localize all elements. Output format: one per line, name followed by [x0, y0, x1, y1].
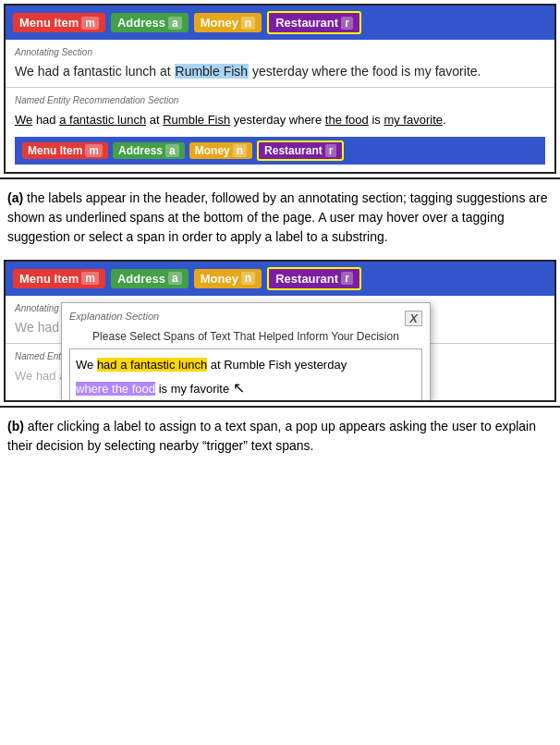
- ner-label-address-text: Address: [118, 144, 163, 157]
- caption-a: (a) the labels appear in the header, fol…: [0, 177, 560, 256]
- label-restaurant-text: Restaurant: [275, 16, 338, 30]
- label-restaurant[interactable]: Restaurant r: [267, 11, 361, 34]
- ner-we[interactable]: We: [15, 113, 32, 127]
- caption-b-text: after clicking a label to assign to a te…: [7, 419, 536, 453]
- label-money-shortcut: n: [241, 17, 255, 30]
- ner-label-restaurant-shortcut: r: [325, 144, 337, 157]
- modal-section-label: Explanation Section: [69, 311, 159, 322]
- ner-label-menuitem[interactable]: Menu Item m: [22, 142, 108, 159]
- ner-label-money[interactable]: Money n: [189, 142, 252, 159]
- ner-label-address-shortcut: a: [165, 144, 179, 157]
- b-label-restaurant-text: Restaurant: [275, 272, 338, 286]
- caption-b-letter: (b): [7, 419, 24, 434]
- caption-b: (b) after clicking a label to assign to …: [0, 406, 560, 465]
- b-label-address-text: Address: [117, 272, 165, 286]
- ner-label-money-text: Money: [195, 144, 230, 157]
- label-restaurant-shortcut: r: [341, 17, 353, 30]
- explanation-modal: Explanation Section X Please Select Span…: [61, 302, 431, 402]
- modal-text-purple[interactable]: where the food: [76, 382, 155, 396]
- modal-instruction: Please Select Spans of Text That Helped …: [69, 330, 422, 343]
- b-label-menuitem[interactable]: Menu Item m: [13, 269, 105, 288]
- cursor-icon: ↖: [233, 380, 245, 396]
- annotating-section-a: Annotating Section We had a fantastic lu…: [6, 40, 554, 87]
- modal-text-yellow[interactable]: had a fantastic lunch: [97, 358, 207, 372]
- modal-textbox: We had a fantastic lunch at Rumble Fish …: [69, 348, 422, 402]
- ner-label-restaurant[interactable]: Restaurant r: [257, 140, 344, 161]
- b-label-restaurant[interactable]: Restaurant r: [267, 267, 361, 290]
- ner-food[interactable]: the food: [325, 113, 369, 127]
- b-label-money-text: Money: [201, 272, 238, 286]
- label-menuitem-shortcut: m: [81, 17, 99, 30]
- ner-section-a: Named Entity Recommendation Section We h…: [6, 87, 554, 171]
- label-money[interactable]: Money n: [194, 13, 262, 32]
- label-address-text: Address: [117, 16, 165, 30]
- ner-fantastic[interactable]: a fantastic lunch: [59, 113, 146, 127]
- panel-a: Menu Item m Address a Money n Restaurant…: [4, 4, 556, 174]
- label-money-text: Money: [201, 16, 238, 30]
- ner-label-bar-a: Menu Item m Address a Money n Restaurant…: [15, 137, 545, 165]
- caption-a-text: the labels appear in the header, followe…: [7, 190, 548, 244]
- b-label-menuitem-shortcut: m: [81, 272, 99, 285]
- b-label-menuitem-text: Menu Item: [19, 272, 79, 286]
- ner-favorite[interactable]: my favorite: [383, 113, 443, 127]
- header-bar-b: Menu Item m Address a Money n Restaurant…: [6, 262, 554, 296]
- annotating-label-a: Annotating Section: [15, 47, 545, 57]
- label-menuitem[interactable]: Menu Item m: [13, 13, 105, 32]
- annotation-text-a: We had a fantastic lunch at Rumble Fish …: [15, 61, 545, 81]
- ner-text-a: We had a fantastic lunch at Rumble Fish …: [15, 109, 545, 130]
- label-menuitem-text: Menu Item: [19, 16, 79, 30]
- modal-close-button[interactable]: X: [405, 311, 422, 326]
- ner-rumblefish[interactable]: Rumble Fish: [163, 113, 230, 127]
- modal-text-end: is my favorite: [155, 382, 229, 396]
- label-address-shortcut: a: [168, 17, 182, 30]
- modal-text-plain: We: [76, 358, 97, 372]
- annotation-after: yesterday where the food is my favorite.: [249, 64, 481, 79]
- b-label-money[interactable]: Money n: [194, 269, 262, 288]
- annotation-before: We had a fantastic lunch at: [15, 64, 175, 79]
- panel-b: Menu Item m Address a Money n Restaurant…: [4, 260, 556, 402]
- b-label-address[interactable]: Address a: [111, 269, 189, 288]
- caption-a-letter: (a): [7, 190, 23, 205]
- header-bar-a: Menu Item m Address a Money n Restaurant…: [6, 6, 554, 40]
- ner-label-money-shortcut: n: [233, 144, 247, 157]
- modal-text-middle: at Rumble Fish yesterday: [207, 358, 347, 372]
- ner-label-address[interactable]: Address a: [113, 142, 185, 159]
- ner-label-restaurant-text: Restaurant: [264, 144, 323, 157]
- annotation-highlight[interactable]: Rumble Fish: [175, 64, 250, 79]
- b-label-money-shortcut: n: [241, 272, 255, 285]
- b-label-restaurant-shortcut: r: [341, 272, 353, 285]
- modal-header-row: Explanation Section X: [69, 311, 422, 326]
- label-address[interactable]: Address a: [111, 13, 189, 32]
- ner-label-menuitem-text: Menu Item: [28, 144, 82, 157]
- ner-label-a: Named Entity Recommendation Section: [15, 95, 545, 105]
- ner-label-menuitem-shortcut: m: [85, 144, 103, 157]
- b-label-address-shortcut: a: [168, 272, 182, 285]
